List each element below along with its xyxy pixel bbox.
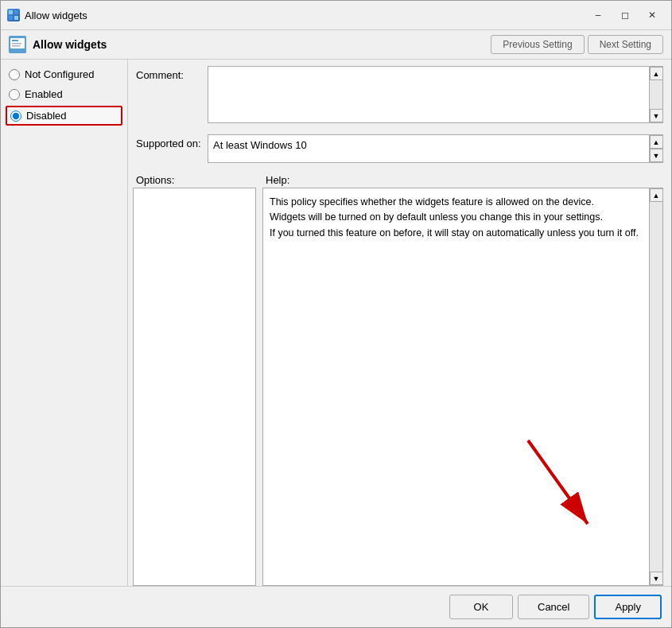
help-scroll-up[interactable]: ▲: [650, 188, 663, 202]
radio-not-configured-label: Not Configured: [25, 68, 94, 80]
radio-disabled[interactable]: Disabled: [6, 106, 122, 126]
help-label: Help:: [259, 174, 663, 186]
help-text-content: This policy specifies whether the widget…: [270, 196, 639, 238]
footer: OK Cancel Apply: [1, 586, 671, 627]
svg-rect-2: [9, 16, 13, 20]
supported-field-row: Supported on: At least Windows 10 ▲ ▼: [136, 134, 663, 163]
comment-input[interactable]: [208, 67, 649, 122]
main-content: Not Configured Enabled Disabled Comment:: [1, 60, 671, 586]
header-title: Allow widgets: [33, 38, 484, 51]
svg-rect-8: [12, 45, 20, 47]
supported-value: At least Windows 10: [208, 135, 649, 162]
top-fields: Comment: ▲ ▼ Support: [128, 60, 671, 171]
help-scrollbar[interactable]: ▲ ▼: [649, 188, 662, 585]
radio-not-configured-input[interactable]: [9, 69, 20, 80]
svg-rect-6: [12, 40, 18, 41]
header-policy-icon: [9, 36, 26, 53]
supported-scrollbar[interactable]: ▲ ▼: [649, 135, 662, 162]
svg-rect-3: [14, 16, 18, 20]
svg-rect-9: [15, 49, 20, 51]
window-title: Allow widgets: [25, 10, 87, 21]
comment-field-content: ▲ ▼: [208, 66, 663, 123]
help-scroll-down[interactable]: ▼: [650, 572, 663, 585]
comment-label: Comment:: [136, 66, 208, 81]
supported-field-content: At least Windows 10 ▲ ▼: [208, 134, 663, 163]
main-area: Comment: ▲ ▼ Support: [128, 60, 671, 586]
svg-rect-0: [9, 10, 13, 14]
nav-buttons: Previous Setting Next Setting: [491, 35, 663, 54]
radio-disabled-input[interactable]: [10, 110, 21, 122]
boxes-row: This policy specifies whether the widget…: [128, 188, 671, 586]
help-box: This policy specifies whether the widget…: [262, 188, 663, 586]
app-icon: [7, 9, 20, 21]
comment-scroll-track[interactable]: [650, 80, 662, 109]
radio-enabled-input[interactable]: [9, 89, 20, 100]
title-bar: Allow widgets – ◻ ✕: [1, 1, 671, 30]
comment-field-row: Comment: ▲ ▼: [136, 66, 663, 123]
title-controls: – ◻ ✕: [585, 6, 665, 25]
supported-scroll-up[interactable]: ▲: [650, 135, 663, 149]
supported-scroll-down[interactable]: ▼: [650, 149, 663, 162]
radio-enabled-label: Enabled: [25, 88, 63, 100]
svg-rect-7: [12, 43, 21, 45]
help-text: This policy specifies whether the widget…: [263, 188, 649, 585]
comment-scrollbar[interactable]: ▲ ▼: [649, 67, 662, 122]
maximize-button[interactable]: ◻: [612, 6, 638, 25]
options-label: Options:: [136, 174, 259, 186]
next-setting-button[interactable]: Next Setting: [588, 35, 663, 54]
svg-rect-1: [14, 10, 18, 14]
title-bar-left: Allow widgets: [7, 9, 87, 21]
prev-setting-button[interactable]: Previous Setting: [491, 35, 584, 54]
dialog-window: Allow widgets – ◻ ✕ Allow widgets Previo…: [0, 0, 672, 628]
ok-button[interactable]: OK: [449, 595, 513, 619]
header-bar: Allow widgets Previous Setting Next Sett…: [1, 30, 671, 60]
apply-button[interactable]: Apply: [594, 595, 662, 619]
options-box: [133, 188, 256, 586]
bottom-labels-row: Options: Help:: [128, 171, 671, 188]
help-scroll-track[interactable]: [650, 202, 662, 572]
radio-disabled-label: Disabled: [26, 110, 67, 122]
comment-scroll-up[interactable]: ▲: [650, 67, 663, 80]
radio-not-configured[interactable]: Not Configured: [6, 66, 122, 83]
comment-scroll-down[interactable]: ▼: [650, 109, 663, 122]
supported-label: Supported on:: [136, 134, 208, 149]
supported-box: At least Windows 10 ▲ ▼: [208, 134, 663, 163]
minimize-button[interactable]: –: [585, 6, 611, 25]
comment-box: ▲ ▼: [208, 66, 663, 123]
close-button[interactable]: ✕: [639, 6, 665, 25]
radio-enabled[interactable]: Enabled: [6, 86, 122, 103]
cancel-button[interactable]: Cancel: [518, 595, 589, 619]
left-panel: Not Configured Enabled Disabled: [1, 60, 128, 586]
